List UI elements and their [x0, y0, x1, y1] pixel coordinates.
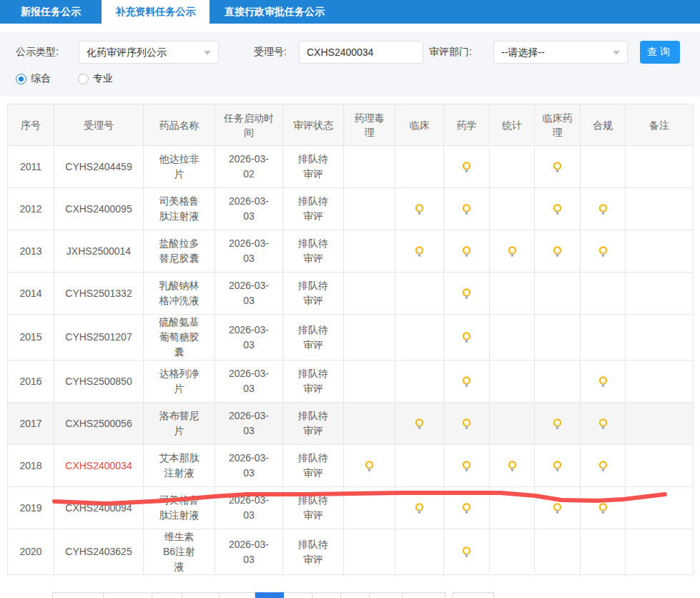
- page-button[interactable]: [312, 592, 341, 598]
- light-bulb-icon: [414, 246, 425, 258]
- cell-discipline-药学[interactable]: [444, 146, 490, 188]
- cell-start-date: 2026-03-03: [215, 315, 283, 361]
- cell-start-date: 2026-03-03: [215, 273, 283, 315]
- cell-discipline-临床药理: [535, 315, 581, 361]
- page-button[interactable]: [341, 592, 370, 598]
- cell-acceptance-no[interactable]: CXHS2400034: [54, 445, 144, 487]
- radio-comprehensive[interactable]: 综合: [16, 72, 51, 85]
- cell-remark: [626, 403, 694, 445]
- cell-seq: 2012: [8, 188, 54, 230]
- tab-direct-admin-approval[interactable]: 直接行政审批任务公示: [209, 0, 340, 24]
- page-jump-button[interactable]: [453, 592, 494, 598]
- cell-discipline-药理毒理[interactable]: [344, 445, 395, 487]
- cell-discipline-药学[interactable]: [444, 487, 490, 529]
- cell-status: 排队待审评: [283, 230, 344, 273]
- light-bulb-icon: [552, 162, 563, 173]
- tab-supplementary-material[interactable]: 补充资料任务公示: [102, 0, 209, 24]
- cell-discipline-临床药理[interactable]: [535, 230, 581, 273]
- publicity-type-label: 公示类型:: [16, 46, 59, 59]
- cell-discipline-统计[interactable]: [490, 230, 535, 273]
- cell-remark: [626, 529, 694, 575]
- page-button[interactable]: [104, 592, 152, 598]
- cell-discipline-药学[interactable]: [444, 273, 490, 315]
- cell-discipline-临床: [395, 273, 444, 315]
- cell-acceptance-no[interactable]: CXHS2400094: [54, 487, 144, 529]
- col-clinical-pharmacology: 临床药理: [535, 104, 581, 146]
- cell-discipline-统计: [490, 403, 535, 445]
- cell-discipline-临床[interactable]: [395, 230, 444, 273]
- cell-seq: 2017: [8, 403, 54, 445]
- cell-discipline-统计[interactable]: [490, 445, 535, 487]
- cell-discipline-临床药理[interactable]: [535, 487, 581, 529]
- cell-acceptance-no[interactable]: CYHS2404459: [54, 146, 144, 188]
- cell-discipline-统计: [490, 529, 535, 575]
- cell-discipline-药学[interactable]: [444, 403, 490, 445]
- cell-discipline-合规[interactable]: [581, 445, 626, 487]
- page-button-active[interactable]: [255, 592, 284, 598]
- cell-acceptance-no[interactable]: CXHS2400095: [54, 188, 144, 230]
- page-button[interactable]: [52, 592, 104, 598]
- cell-remark: [626, 315, 694, 361]
- cell-acceptance-no[interactable]: CYHS2501332: [54, 273, 144, 315]
- cell-discipline-临床药理[interactable]: [535, 146, 581, 188]
- cell-discipline-统计: [490, 188, 535, 230]
- cell-discipline-合规[interactable]: [581, 188, 626, 230]
- cell-acceptance-no[interactable]: CYHS2501207: [54, 315, 144, 361]
- cell-discipline-临床: [395, 361, 444, 403]
- cell-remark: [626, 146, 694, 188]
- cell-discipline-合规[interactable]: [581, 487, 626, 529]
- table-row: 2016CYHS2500850达格列净片2026-03-03排队待审评: [8, 361, 694, 403]
- cell-discipline-药学[interactable]: [444, 188, 490, 230]
- cell-discipline-临床药理: [535, 529, 581, 575]
- cell-discipline-药学[interactable]: [444, 315, 490, 361]
- cell-acceptance-no[interactable]: CXHS2500056: [54, 403, 144, 445]
- tab-new-report[interactable]: 新报任务公示: [0, 0, 102, 24]
- cell-discipline-药学[interactable]: [444, 445, 490, 487]
- cell-discipline-合规[interactable]: [581, 403, 626, 445]
- cell-remark: [626, 230, 694, 273]
- page-button[interactable]: [284, 592, 312, 598]
- review-dept-select[interactable]: --请选择--: [493, 41, 628, 64]
- table-row: 2015CYHS2501207硫酸氨基葡萄糖胶囊2026-03-03排队待审评: [8, 315, 694, 361]
- cell-discipline-临床药理[interactable]: [535, 403, 581, 445]
- cell-discipline-临床药理[interactable]: [535, 445, 581, 487]
- radio-professional[interactable]: 专业: [78, 72, 113, 85]
- table-row: 2014CYHS2501332乳酸钠林格冲洗液2026-03-03排队待审评: [8, 273, 694, 315]
- light-bulb-icon: [461, 503, 472, 514]
- cell-discipline-合规[interactable]: [581, 230, 626, 273]
- cell-acceptance-no[interactable]: CYHS2500850: [54, 361, 144, 403]
- cell-discipline-统计: [490, 315, 535, 361]
- cell-discipline-药学[interactable]: [444, 529, 490, 575]
- filter-bar: 公示类型: 化药审评序列公示 受理号: CXHS2400034 审评部门: --…: [0, 32, 700, 97]
- page-button[interactable]: [403, 592, 445, 598]
- cell-discipline-临床[interactable]: [395, 487, 444, 529]
- cell-discipline-药理毒理: [344, 361, 395, 403]
- light-bulb-icon: [461, 461, 472, 472]
- page-button[interactable]: [182, 592, 220, 598]
- acceptance-no-input[interactable]: CXHS2400034: [299, 41, 423, 64]
- cell-discipline-药学[interactable]: [444, 361, 490, 403]
- cell-discipline-临床[interactable]: [395, 403, 444, 445]
- radio-selected-icon: [16, 74, 26, 84]
- publicity-type-select[interactable]: 化药审评序列公示: [79, 41, 219, 64]
- cell-acceptance-no[interactable]: CYHS2403625: [54, 529, 144, 575]
- cell-discipline-合规[interactable]: [581, 361, 626, 403]
- light-bulb-icon: [552, 204, 563, 215]
- light-bulb-icon: [507, 461, 518, 472]
- page-button[interactable]: [370, 592, 403, 598]
- radio-unselected-icon: [78, 74, 89, 84]
- light-bulb-icon: [461, 546, 472, 558]
- cell-acceptance-no[interactable]: JXHS2500014: [54, 230, 144, 273]
- cell-discipline-临床: [395, 315, 444, 361]
- cell-discipline-药学[interactable]: [444, 230, 490, 273]
- cell-drug-name: 洛布替尼片: [144, 403, 215, 445]
- search-button[interactable]: 查询: [640, 41, 680, 64]
- results-table-wrap: 序号 受理号 药品名称 任务启动时间 审评状态 药理毒理 临床 药学 统计 临床…: [7, 104, 693, 575]
- cell-discipline-临床药理[interactable]: [535, 188, 581, 230]
- page-button[interactable]: [220, 592, 255, 598]
- cell-seq: 2019: [8, 487, 54, 529]
- page-button[interactable]: [152, 592, 182, 598]
- cell-discipline-临床[interactable]: [395, 188, 444, 230]
- cell-discipline-临床药理: [535, 273, 581, 315]
- cell-discipline-合规: [581, 146, 626, 188]
